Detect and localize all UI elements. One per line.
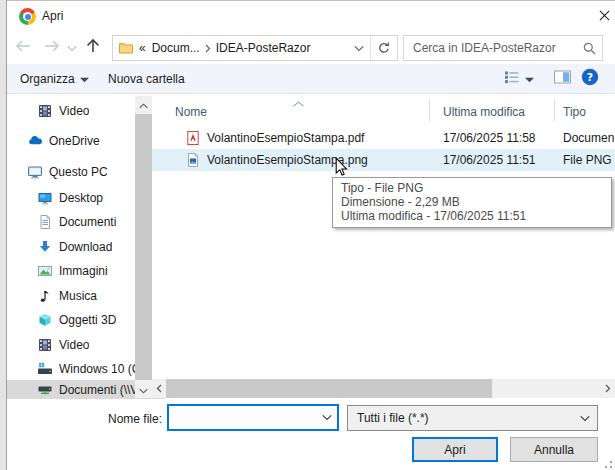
scroll-left-arrow[interactable] bbox=[152, 381, 166, 396]
column-header-modified[interactable]: Ultima modifica bbox=[438, 105, 558, 119]
sidebar-item-label: Oggetti 3D bbox=[59, 313, 116, 327]
drive-icon bbox=[37, 361, 53, 377]
resize-grip[interactable] bbox=[600, 456, 612, 468]
view-mode-button[interactable] bbox=[498, 64, 540, 93]
new-folder-button[interactable]: Nuova cartella bbox=[102, 64, 191, 93]
column-label: Nome bbox=[175, 105, 207, 119]
filename-combobox bbox=[167, 404, 339, 431]
network-drive-icon bbox=[37, 382, 53, 398]
up-arrow-icon bbox=[85, 37, 101, 57]
computer-icon bbox=[27, 164, 43, 180]
close-button[interactable] bbox=[593, 9, 615, 25]
filename-input[interactable] bbox=[169, 411, 317, 425]
sidebar-item-label: Download bbox=[59, 240, 112, 254]
help-icon: ? bbox=[581, 68, 599, 89]
title-bar: Apri bbox=[7, 1, 615, 30]
chevron-down-icon bbox=[573, 415, 597, 422]
breadcrumb-separator-icon bbox=[203, 44, 213, 53]
column-divider[interactable] bbox=[429, 99, 430, 122]
sidebar-item-label: OneDrive bbox=[49, 134, 100, 148]
sidebar-item-label: Video bbox=[59, 104, 89, 118]
sidebar-item-label: Immagini bbox=[59, 264, 108, 278]
breadcrumb: « Docum... IDEA-PosteRazor bbox=[112, 35, 398, 61]
breadcrumb-current[interactable]: IDEA-PosteRazor bbox=[213, 41, 314, 55]
tooltip-line-modified: Ultima modifica - 17/06/2025 11:51 bbox=[341, 209, 603, 223]
scroll-down-arrow[interactable] bbox=[136, 384, 151, 398]
window-title: Apri bbox=[42, 9, 63, 23]
breadcrumb-overflow[interactable]: « bbox=[136, 41, 149, 55]
sidebar-item-questo-pc[interactable]: Questo PC bbox=[7, 162, 155, 182]
column-divider[interactable] bbox=[554, 99, 555, 122]
sidebar-item-label: Desktop bbox=[59, 191, 103, 205]
file-type: File PNG bbox=[558, 153, 615, 167]
tooltip-line-type: Tipo - File PNG bbox=[341, 181, 603, 195]
tooltip-line-size: Dimensione - 2,29 MB bbox=[341, 195, 603, 209]
open-file-dialog: Apri « Docum... IDEA-PosteRazor Organizz… bbox=[0, 0, 615, 470]
search-input[interactable] bbox=[404, 41, 576, 55]
picture-icon bbox=[37, 263, 53, 279]
music-icon bbox=[37, 288, 53, 304]
file-row-pdf[interactable]: VolantinoEsempioStampa.pdf 17/06/2025 11… bbox=[152, 127, 615, 149]
download-icon bbox=[37, 239, 53, 255]
file-type: Documen bbox=[558, 131, 615, 145]
refresh-button[interactable] bbox=[371, 36, 397, 60]
list-view-icon bbox=[504, 69, 520, 88]
chevron-down-icon[interactable] bbox=[317, 414, 337, 421]
cancel-button[interactable]: Annulla bbox=[510, 437, 598, 462]
organize-label: Organizza bbox=[20, 72, 75, 86]
file-info-tooltip: Tipo - File PNG Dimensione - 2,29 MB Ult… bbox=[332, 177, 612, 228]
sidebar-item-label: Musica bbox=[59, 289, 97, 303]
sidebar-item-onedrive[interactable]: OneDrive bbox=[7, 131, 155, 151]
column-header-type[interactable]: Tipo bbox=[558, 105, 615, 119]
scroll-up-arrow[interactable] bbox=[136, 99, 151, 113]
chevron-down-icon bbox=[67, 41, 77, 55]
column-header-name[interactable]: Nome bbox=[152, 105, 438, 119]
sidebar-item-label: Documenti bbox=[59, 215, 116, 229]
new-folder-label: Nuova cartella bbox=[108, 72, 185, 86]
file-row-png[interactable]: VolantinoEsempioStampa.png 17/06/2025 11… bbox=[152, 149, 615, 171]
back-button[interactable] bbox=[13, 40, 32, 55]
close-icon bbox=[599, 10, 610, 24]
forward-arrow-icon bbox=[43, 39, 61, 56]
document-icon bbox=[37, 214, 53, 230]
vertical-scrollbar-thumb[interactable] bbox=[135, 114, 152, 380]
search-icon[interactable] bbox=[576, 41, 602, 56]
png-file-icon bbox=[185, 152, 201, 168]
back-arrow-icon bbox=[14, 39, 32, 56]
sidebar-item-label: Questo PC bbox=[49, 165, 108, 179]
chevron-down-icon bbox=[525, 72, 534, 86]
preview-pane-button[interactable] bbox=[547, 64, 578, 93]
address-dropdown-button[interactable] bbox=[348, 36, 371, 60]
mouse-cursor bbox=[335, 157, 350, 181]
cloud-icon bbox=[27, 133, 43, 149]
scroll-right-arrow[interactable] bbox=[601, 381, 615, 396]
filename-label: Nome file: bbox=[98, 412, 162, 426]
file-name: VolantinoEsempioStampa.pdf bbox=[207, 131, 364, 145]
breadcrumb-parent[interactable]: Docum... bbox=[149, 41, 203, 55]
desktop-icon bbox=[37, 190, 53, 206]
horizontal-scrollbar-thumb[interactable] bbox=[166, 379, 492, 398]
column-header-row: Nome Ultima modifica Tipo bbox=[152, 102, 615, 122]
organize-button[interactable]: Organizza bbox=[14, 64, 95, 93]
cube-icon bbox=[37, 312, 53, 328]
search-box bbox=[403, 35, 603, 61]
file-modified: 17/06/2025 11:58 bbox=[438, 131, 558, 145]
recent-locations-button[interactable] bbox=[66, 44, 78, 52]
filetype-selected-value: Tutti i file (*.*) bbox=[348, 411, 573, 425]
chevron-down-icon bbox=[80, 72, 89, 86]
sidebar-item-label: Documenti (\\VE bbox=[59, 383, 146, 397]
background-strip bbox=[0, 0, 7, 470]
column-label: Tipo bbox=[563, 105, 586, 119]
chrome-icon bbox=[19, 8, 36, 25]
film-icon bbox=[37, 337, 53, 353]
up-button[interactable] bbox=[84, 38, 102, 56]
open-button[interactable]: Apri bbox=[412, 437, 498, 462]
column-label: Ultima modifica bbox=[443, 105, 525, 119]
film-icon bbox=[37, 103, 53, 119]
pdf-file-icon bbox=[185, 130, 201, 146]
forward-button[interactable] bbox=[42, 40, 61, 55]
preview-pane-icon bbox=[553, 69, 572, 88]
help-button[interactable]: ? bbox=[575, 64, 605, 93]
filetype-select[interactable]: Tutti i file (*.*) bbox=[347, 405, 598, 431]
command-bar: Organizza Nuova cartella ? bbox=[7, 64, 615, 94]
